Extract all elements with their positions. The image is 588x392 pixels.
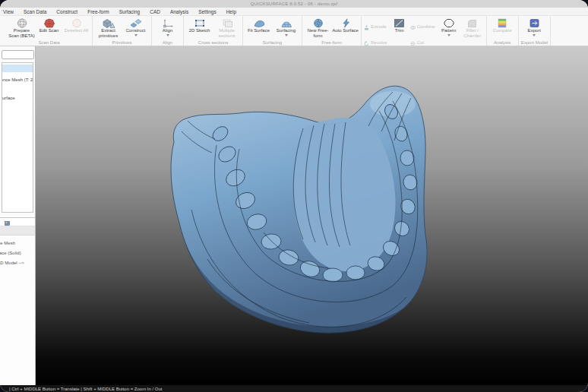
combine-icon (410, 20, 416, 33)
ribbon-group-part-design: Extrude Revolve Trim (362, 16, 487, 46)
extrude-icon (364, 20, 369, 33)
button-label: Compare (493, 28, 512, 33)
construct-button[interactable]: Construct (122, 16, 149, 36)
mesh-sphere-icon (16, 17, 28, 28)
auto-surface-bolt-icon (340, 17, 352, 28)
model-valley (293, 118, 395, 271)
extrude-button[interactable]: Extrude (364, 20, 387, 33)
dropdown-caret-icon (285, 34, 288, 36)
button-label: 2D Sketch (189, 28, 210, 33)
tree-row-label: Surface (2, 96, 15, 100)
status-hint-text: | Ctrl + MIDDLE Button = Translate | Shi… (9, 387, 163, 391)
surface-grid-icon (280, 17, 292, 28)
button-label: Edit Scan (40, 28, 59, 33)
sidebar-search-input[interactable] (2, 50, 34, 59)
pattern-button[interactable]: Pattern (438, 16, 460, 36)
construct-prisms-icon (129, 17, 143, 28)
menu-item-scan-data[interactable]: Scan Data (24, 9, 46, 14)
dental-scan-model[interactable] (36, 46, 588, 385)
fit-surface-button[interactable]: Fit Surface (245, 16, 272, 33)
app-window: QUICKSURFACE 8.0.52 - 06 - demo.qsf t / … (0, 0, 588, 392)
button-label: Cut (417, 40, 424, 45)
tree-row-surface[interactable]: Surface (2, 94, 33, 102)
ribbon-group-label: Align (154, 40, 181, 46)
viewport-3d-canvas[interactable] (36, 46, 588, 385)
stacked-sections-icon (221, 17, 233, 28)
ribbon-group-surfacing: Fit Surface Surfacing Surfacing (243, 16, 302, 46)
multiple-sections-button[interactable]: Multiple sections (213, 16, 240, 38)
button-label: Fillet / Chamfer (461, 28, 484, 38)
button-label: Pattern (441, 28, 456, 33)
combine-button[interactable]: Combine (410, 20, 435, 33)
dropdown-caret-icon (166, 34, 169, 36)
history-row-label: CAD Model --> (0, 261, 24, 265)
part-design-stack-1: Extrude Revolve (364, 16, 389, 49)
menu-item-settings[interactable]: Settings (198, 9, 217, 14)
main-area: Reference Mesh (T: 2 345 Surface Referen… (0, 46, 588, 385)
sketch-rect-icon (194, 17, 206, 28)
ribbon-toolbar: Prepare Scan (BETA) Edit Scan Deselect A… (0, 16, 588, 46)
edit-scan-button[interactable]: Edit Scan (36, 16, 62, 33)
button-label: Auto Surface (332, 28, 359, 33)
button-label: Prepare Scan (BETA) (8, 28, 35, 38)
button-label: Surfacing (277, 28, 296, 33)
ribbon-group-label: Scan Data (8, 40, 90, 46)
title-bar[interactable]: QUICKSURFACE 8.0.52 - 06 - demo.qsf (0, 0, 588, 8)
deselect-all-button[interactable]: Deselect All (63, 16, 90, 33)
menu-item-view[interactable]: t / View (2, 9, 14, 14)
auto-surface-button[interactable]: Auto Surface (332, 16, 359, 33)
tree-row-selected[interactable] (2, 65, 33, 72)
trim-button[interactable]: Trim (390, 16, 409, 33)
dropdown-caret-icon (533, 34, 536, 36)
history-row-label: Surface (Solid) (0, 251, 21, 255)
fillet-chamfer-button[interactable]: Fillet / Chamfer (461, 16, 484, 38)
deselect-circle-icon (71, 17, 83, 28)
menu-item-analysis[interactable]: Analysis (170, 9, 188, 14)
button-label: Construct (126, 28, 146, 33)
tree-row-reference-mesh[interactable]: Reference Mesh (T: 2 345 (2, 76, 33, 84)
ribbon-group-analysis: Compare Analysis (487, 16, 519, 46)
compare-colormap-icon (498, 17, 507, 28)
ribbon-group-export-model: Export Export Model (519, 16, 551, 46)
button-label: Export (528, 28, 541, 33)
export-button[interactable]: Export (521, 16, 548, 36)
prepare-scan-button[interactable]: Prepare Scan (BETA) (8, 16, 35, 38)
tree-row-label: Reference Mesh (T: 2 345 (2, 77, 33, 82)
export-icon (529, 17, 540, 28)
extract-primitives-button[interactable]: Extract primitives (95, 16, 122, 38)
align-axes-icon (162, 17, 174, 28)
menu-item-surfacing[interactable]: Surfacing (119, 9, 140, 14)
dropdown-caret-icon (447, 34, 450, 36)
button-label: Deselect All (65, 28, 88, 33)
menu-item-help[interactable]: Help (226, 9, 236, 14)
primitives-shapes-icon (102, 17, 115, 28)
menu-item-construct[interactable]: Construct (56, 9, 77, 14)
menu-item-cad[interactable]: CAD (150, 9, 160, 14)
ribbon-group-scan-data: Prepare Scan (BETA) Edit Scan Deselect A… (6, 16, 93, 46)
surface-patch-icon (253, 17, 265, 28)
ribbon-group-free-form: New Free-form Auto Surface Free-form (302, 16, 362, 46)
2d-sketch-button[interactable]: 2D Sketch (186, 16, 213, 33)
history-row-reference-mesh[interactable]: Reference Mesh (0, 239, 35, 248)
compare-button[interactable]: Compare (489, 16, 516, 33)
ribbon-group-align: Align Align (152, 16, 184, 46)
history-row-surface-solid[interactable]: Surface (Solid) (0, 248, 35, 258)
history-row-cad-model[interactable]: CAD Model --> (0, 258, 35, 267)
history-panel-band (0, 226, 35, 236)
new-free-form-button[interactable]: New Free-form (305, 16, 331, 38)
button-label: Extract primitives (95, 28, 122, 38)
menu-item-free-form[interactable]: Free-form (87, 9, 109, 14)
dropdown-caret-icon (134, 34, 138, 36)
pattern-octagon-icon (443, 17, 455, 28)
project-sidebar: Reference Mesh (T: 2 345 Surface Referen… (0, 46, 36, 385)
surfacing-button[interactable]: Surfacing (273, 16, 299, 36)
button-label: Trim (395, 28, 404, 33)
ribbon-group-cross-sections: 2D Sketch Multiple sections Cross sectio… (184, 16, 243, 46)
fillet-wedge-icon (466, 17, 478, 28)
ribbon-group-label: Cross sections (186, 40, 240, 46)
align-button[interactable]: Align (154, 16, 181, 36)
button-label: Align (163, 28, 172, 33)
ribbon-group-label: Export Model (521, 40, 548, 46)
history-panel-header[interactable] (0, 218, 35, 226)
screenshot-frame: QUICKSURFACE 8.0.52 - 06 - demo.qsf t / … (0, 0, 588, 392)
